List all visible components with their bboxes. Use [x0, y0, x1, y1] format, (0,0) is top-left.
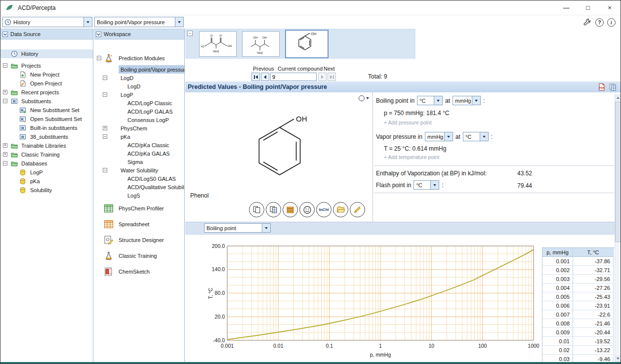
- chart-type-dropdown-button[interactable]: [262, 224, 270, 232]
- tree-item-databases[interactable]: −Databases: [0, 159, 93, 168]
- batch-stack-button[interactable]: [283, 202, 298, 217]
- tree-item-consensus-logp[interactable]: Consensus LogP: [94, 116, 184, 124]
- tree-item-pka[interactable]: −pKa: [94, 132, 184, 141]
- expand-toggle-icon[interactable]: +: [3, 152, 7, 157]
- table-row[interactable]: 0.02-13.22: [542, 346, 614, 355]
- tree-item-38-substituents[interactable]: R38_substituents: [0, 132, 93, 141]
- tree-item-projects[interactable]: −Projects: [0, 61, 93, 70]
- tree-item-classic-training[interactable]: Classic Training: [94, 249, 184, 263]
- tree-item-solubility[interactable]: Solubility: [0, 186, 93, 195]
- first-compound-button[interactable]: [251, 73, 260, 81]
- export-pdf-icon[interactable]: PDF: [598, 83, 606, 91]
- expand-toggle-icon[interactable]: +: [103, 126, 107, 130]
- tree-item-acd-logs0-galas[interactable]: ACD/LogS0 GALAS: [94, 174, 184, 183]
- tree-item-classic-training[interactable]: +Classic Training: [0, 150, 93, 159]
- tree-item-physchem[interactable]: +PhysChem: [94, 124, 184, 132]
- previous-compound-button[interactable]: [261, 73, 269, 81]
- collapse-toggle-icon[interactable]: −: [103, 168, 107, 172]
- tree-item-water-solubility[interactable]: −Water Solubility: [94, 166, 184, 174]
- table-row[interactable]: 0.008-21.46: [542, 319, 614, 328]
- collapse-toggle-icon[interactable]: −: [103, 92, 107, 97]
- tree-item-acd-pka-classic[interactable]: ACD/pKa Classic: [94, 141, 184, 149]
- tree-item-physchem-profiler[interactable]: PhysChem Profiler: [94, 202, 184, 215]
- current-compound-input[interactable]: [270, 73, 317, 81]
- module-combo[interactable]: Boiling point/Vapor pressure: [94, 17, 184, 27]
- tree-item-boiling-point-vapor-pressure[interactable]: Boiling point/Vapor pressure: [94, 65, 184, 74]
- tree-item-acd-pka-galas[interactable]: ACD/pKa GALAS: [94, 149, 184, 158]
- scroll-down-button[interactable]: [615, 355, 621, 362]
- inchi-button[interactable]: InChI: [316, 202, 331, 217]
- vapor-unit-combo[interactable]: mmHg: [425, 132, 453, 141]
- module-combo-dropdown-button[interactable]: [175, 17, 183, 27]
- tree-item-built-in-substituents[interactable]: RBuilt-in substituents: [0, 123, 93, 132]
- tree-item-chemsketch[interactable]: ChemSketch: [94, 265, 184, 279]
- tree-item-open-project[interactable]: Open Project: [0, 79, 93, 88]
- collapse-toggle-icon[interactable]: −: [103, 76, 107, 80]
- boiling-unit-combo[interactable]: °C: [417, 96, 443, 105]
- help-button[interactable]: ?: [595, 18, 604, 27]
- maximize-button[interactable]: □: [577, 0, 599, 15]
- tree-item-history[interactable]: History: [0, 49, 93, 58]
- tree-item-open-substituent-set[interactable]: ROpen Substituent Set: [0, 115, 93, 123]
- next-compound-button[interactable]: [318, 73, 327, 81]
- table-row[interactable]: 0.006-23.91: [542, 301, 614, 310]
- boiling-pressure-unit-combo[interactable]: mmHg: [453, 96, 481, 105]
- tree-item-sigma[interactable]: Sigma: [94, 158, 184, 166]
- collapse-panel-icon[interactable]: [2, 32, 8, 37]
- tree-item-logp[interactable]: LogP: [0, 168, 93, 177]
- copy-grid-icon[interactable]: [609, 83, 617, 91]
- collapse-toggle-icon[interactable]: −: [103, 134, 107, 139]
- tree-item-structure-designer[interactable]: Structure Designer: [94, 233, 184, 247]
- tree-item-recent-projects[interactable]: +Recent projects: [0, 88, 93, 97]
- table-row[interactable]: 0.005-25.43: [542, 292, 614, 301]
- tree-item-logs[interactable]: LogS: [94, 191, 184, 200]
- tree-item-substituents[interactable]: −RSubstituents: [0, 97, 93, 106]
- settings-wrench-icon[interactable]: [583, 18, 592, 27]
- flash-unit-combo[interactable]: °C: [414, 180, 439, 190]
- expand-toggle-icon[interactable]: +: [3, 90, 7, 94]
- tree-item-prediction-modules[interactable]: −Prediction Modules: [94, 51, 184, 65]
- copy-as-grid-button[interactable]: [266, 202, 281, 217]
- expand-toggle-icon[interactable]: +: [3, 143, 7, 148]
- scroll-up-button[interactable]: [615, 94, 621, 101]
- add-temperature-point-link[interactable]: + Add temperature point: [384, 154, 439, 160]
- table-row[interactable]: 0.003-29.56: [542, 275, 614, 283]
- history-combo[interactable]: History: [2, 17, 92, 27]
- tree-item-new-project[interactable]: New Project: [0, 70, 93, 79]
- tree-item-logp[interactable]: −LogP: [94, 90, 184, 99]
- collapse-toggle-icon[interactable]: −: [3, 99, 7, 103]
- minimize-button[interactable]: —: [555, 0, 577, 15]
- tree-item-trainable-libraries[interactable]: +Trainable Libraries: [0, 141, 93, 150]
- structure-display-menu[interactable]: [359, 95, 369, 101]
- tree-item-logd[interactable]: LogD: [94, 82, 184, 90]
- table-row[interactable]: 0.009-20.44: [542, 328, 614, 337]
- table-row[interactable]: 0.004-27.26: [542, 283, 614, 292]
- tree-item-pka[interactable]: pKa: [0, 177, 93, 186]
- add-pressure-point-link[interactable]: + Add pressure point: [384, 120, 432, 125]
- smiles-button[interactable]: [299, 202, 315, 217]
- info-button[interactable]: i: [607, 18, 616, 27]
- export-structure-button[interactable]: [333, 202, 348, 217]
- chart-type-combo[interactable]: Boiling point: [204, 223, 271, 233]
- history-combo-dropdown-button[interactable]: [83, 17, 92, 27]
- tree-item-acd-logp-galas[interactable]: ACD/LogP GALAS: [94, 107, 184, 116]
- tree-item-acd-qualitative-solubilit[interactable]: ACD/Qualitative Solubilit...: [94, 183, 184, 191]
- collapse-panel-icon[interactable]: [96, 32, 101, 37]
- vertical-scrollbar[interactable]: [615, 94, 621, 362]
- table-row[interactable]: 0.002-32.71: [542, 266, 614, 275]
- tree-item-logd[interactable]: −LogD: [94, 74, 184, 82]
- close-button[interactable]: ×: [599, 0, 621, 15]
- tree-item-spreadsheet[interactable]: Spreadsheet: [94, 217, 184, 231]
- table-row[interactable]: 0.01-19.52: [542, 337, 614, 346]
- last-compound-button[interactable]: [328, 73, 336, 81]
- collapse-thumbnails-button[interactable]: −: [187, 31, 193, 36]
- scrollbar-thumb[interactable]: [615, 102, 621, 242]
- tree-item-acd-logp-classic[interactable]: ACD/LogP Classic: [94, 99, 184, 107]
- compound-thumbnail-1[interactable]: OOHOOHNH2: [199, 31, 237, 57]
- compound-thumbnail-3[interactable]: OH: [285, 30, 329, 58]
- vapor-temp-unit-combo[interactable]: °C: [463, 132, 489, 141]
- compound-thumbnail-2[interactable]: OHOHNH2: [242, 31, 280, 57]
- copy-structure-button[interactable]: [249, 202, 264, 217]
- tree-item-new-substituent-set[interactable]: RNew Substituent Set: [0, 106, 93, 115]
- collapse-toggle-icon[interactable]: −: [97, 56, 101, 60]
